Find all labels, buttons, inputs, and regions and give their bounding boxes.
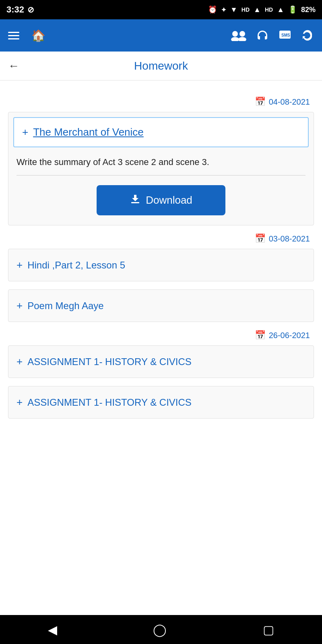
status-right: ⏰ ✦ ▼ HD ▲ HD ▲ 🔋 82% (208, 5, 316, 14)
nav-right: SMS (231, 29, 314, 42)
group-icon[interactable] (231, 30, 246, 41)
download-icon (130, 193, 141, 207)
battery-pct: 82% (301, 6, 316, 14)
card-title-assignment1: ASSIGNMENT 1- HISTORY & CIVICS (27, 356, 192, 367)
card-divider-merchant (17, 175, 305, 175)
card-title-merchant: The Merchant of Venice (33, 126, 144, 138)
refresh-icon[interactable] (301, 29, 314, 42)
card-title-hindi: Hindi ,Part 2, Lesson 5 (27, 260, 125, 271)
date-label-1: 04-08-2021 (269, 97, 310, 107)
menu-button[interactable] (8, 32, 19, 39)
svg-point-3 (238, 37, 246, 41)
card-header-merchant[interactable]: + The Merchant of Venice (13, 117, 309, 147)
svg-point-0 (232, 31, 238, 37)
nav-bar: 🏠 SMS (0, 19, 322, 52)
svg-point-1 (239, 31, 245, 37)
nav-left: 🏠 (8, 29, 45, 42)
time-display: 3:32 (6, 4, 24, 15)
wifi-icon: ▼ (230, 6, 237, 14)
date-section-1: 📅 04-08-2021 (12, 97, 310, 107)
date-label-3: 26-06-2021 (269, 331, 310, 340)
plus-icon-assignment2: + (17, 396, 23, 409)
signal-bars: ▲ (277, 6, 284, 14)
signal-icon: ▲ (254, 6, 261, 14)
bluetooth-icon: ✦ (221, 6, 226, 14)
home-button[interactable]: 🏠 (31, 29, 45, 42)
headphones-icon[interactable] (256, 29, 269, 42)
hd-label2: HD (265, 6, 273, 13)
home-nav-button[interactable]: ◯ (153, 623, 167, 637)
hd-label: HD (242, 6, 250, 13)
homework-card-hindi: + Hindi ,Part 2, Lesson 5 (8, 249, 314, 281)
svg-rect-6 (131, 202, 139, 203)
homework-card-assignment2: + ASSIGNMENT 1- HISTORY & CIVICS (8, 386, 314, 419)
card-header-hindi[interactable]: + Hindi ,Part 2, Lesson 5 (8, 249, 314, 281)
card-header-assignment2[interactable]: + ASSIGNMENT 1- HISTORY & CIVICS (8, 386, 314, 418)
card-header-assignment1[interactable]: + ASSIGNMENT 1- HISTORY & CIVICS (8, 346, 314, 378)
recents-nav-button[interactable]: ▢ (263, 623, 274, 637)
content-area: 📅 04-08-2021 + The Merchant of Venice Wr… (0, 80, 322, 435)
card-header-poem[interactable]: + Poem Megh Aaye (8, 290, 314, 322)
calendar-icon-1: 📅 (255, 97, 266, 107)
date-label-2: 03-08-2021 (269, 234, 310, 244)
plus-icon-assignment1: + (17, 355, 23, 368)
battery-icon: 🔋 (288, 5, 297, 14)
download-label: Download (146, 194, 192, 206)
card-description-merchant: Write the summary of Act 3 scene 2 and s… (17, 155, 305, 169)
homework-card-poem: + Poem Megh Aaye (8, 289, 314, 322)
plus-icon-merchant: + (22, 126, 28, 138)
card-content-merchant: Write the summary of Act 3 scene 2 and s… (8, 147, 314, 225)
plus-icon-hindi: + (17, 259, 23, 271)
date-section-3: 📅 26-06-2021 (12, 330, 310, 341)
sms-icon[interactable]: SMS (279, 29, 291, 42)
page-title: Homework (134, 60, 188, 72)
card-title-assignment2: ASSIGNMENT 1- HISTORY & CIVICS (27, 397, 192, 408)
download-button[interactable]: Download (97, 185, 225, 215)
status-bar: 3:32 ⊘ ⏰ ✦ ▼ HD ▲ HD ▲ 🔋 82% (0, 0, 322, 19)
back-button[interactable]: ← (8, 60, 19, 72)
card-title-poem: Poem Megh Aaye (27, 300, 103, 312)
carrier-icon: ⊘ (27, 5, 34, 14)
homework-card-assignment1: + ASSIGNMENT 1- HISTORY & CIVICS (8, 345, 314, 378)
status-left: 3:32 ⊘ (6, 4, 34, 15)
page-header: ← Homework (0, 52, 322, 80)
date-section-2: 📅 03-08-2021 (12, 233, 310, 244)
svg-text:SMS: SMS (281, 33, 290, 37)
plus-icon-poem: + (17, 299, 23, 312)
bottom-nav-bar: ◀ ◯ ▢ (0, 615, 322, 644)
homework-card-merchant: + The Merchant of Venice Write the summa… (8, 112, 314, 225)
svg-point-2 (231, 37, 239, 41)
back-nav-button[interactable]: ◀ (48, 623, 57, 637)
alarm-icon: ⏰ (208, 5, 217, 14)
calendar-icon-2: 📅 (255, 233, 266, 244)
calendar-icon-3: 📅 (255, 330, 266, 341)
